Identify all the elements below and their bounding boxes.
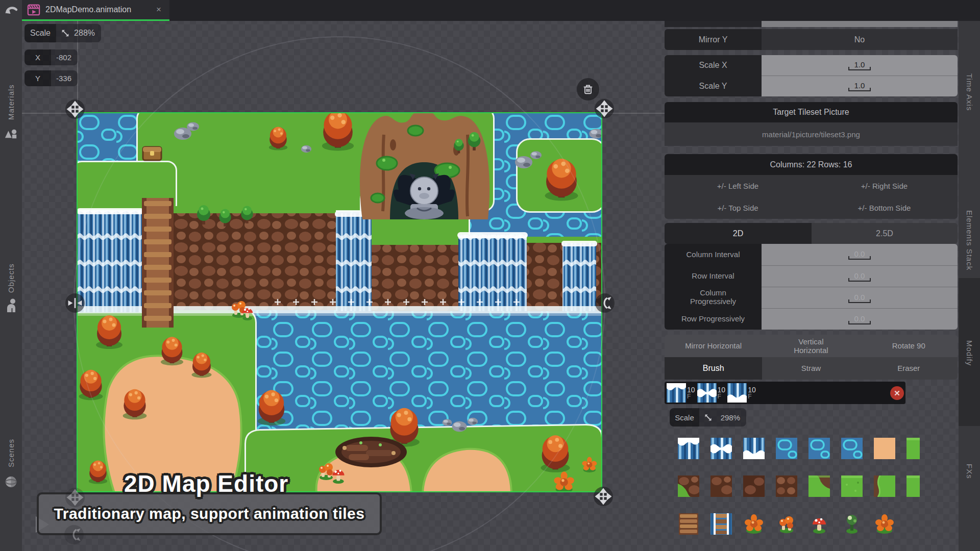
tab-fxs[interactable]: FXs — [959, 452, 980, 490]
tile-orange-flower[interactable] — [874, 513, 895, 535]
sidebar-item-scenes[interactable]: Scenes — [0, 430, 22, 476]
objects-person-icon[interactable] — [0, 298, 22, 312]
tileset-path[interactable]: material/1picture/tileset3.png — [665, 122, 958, 146]
tile-dirt[interactable] — [710, 475, 732, 497]
tile-waterfall-bottom[interactable] — [743, 438, 765, 459]
tab-time-axis[interactable]: Time Axis — [959, 62, 980, 123]
rotate-90-button[interactable]: Rotate 90 — [860, 335, 958, 357]
scale-x-input[interactable]: 1.0 — [762, 55, 958, 76]
transform-buttons-row: Mirror Horizontal Vertical Horizontal Ro… — [665, 335, 958, 357]
viewport-scale-control[interactable]: Scale 288% — [24, 24, 101, 42]
tab-2-5d[interactable]: 2.5D — [812, 223, 958, 244]
caption-panel: Traditionary map, support animation tile… — [37, 492, 382, 535]
row-progressively-label: Row Progressively — [665, 308, 762, 330]
tileset-scale-control[interactable]: Scale 298% — [670, 408, 746, 427]
vertical-horizontal-button[interactable]: Vertical Horizontal — [762, 335, 860, 357]
tileset-scale-label: Scale — [670, 408, 699, 427]
tile-water[interactable] — [776, 438, 797, 459]
scale-label: Scale — [24, 24, 56, 42]
map-move-handle-bottom-left[interactable] — [65, 488, 85, 507]
mirror-y-value[interactable]: No — [762, 29, 958, 50]
scale-y-row: Scale Y 1.0 — [665, 76, 958, 96]
map-rotate-handle-right[interactable] — [595, 293, 615, 313]
column-interval-input[interactable]: 0.0 — [762, 244, 958, 265]
y-value: -336 — [51, 74, 78, 83]
tool-tab-brush[interactable]: Brush — [665, 357, 762, 380]
animation-frame-item[interactable]: 10F — [667, 383, 695, 403]
add-left-side-button[interactable]: +/- Left Side — [665, 175, 811, 197]
back-button[interactable] — [0, 4, 22, 19]
tile-grass-partial[interactable] — [906, 438, 920, 459]
sidebar-item-objects[interactable]: Objects — [0, 254, 22, 303]
tile-water[interactable] — [808, 438, 830, 459]
delete-map-button[interactable] — [577, 78, 599, 101]
map-canvas[interactable] — [78, 113, 601, 491]
tile-mushroom-cluster[interactable] — [776, 513, 797, 535]
tab-close-icon[interactable]: × — [153, 5, 164, 15]
tile-green-sapling[interactable] — [841, 513, 863, 535]
map-resize-handle-left[interactable] — [65, 293, 85, 313]
tile-grass-dirt-edge[interactable] — [808, 475, 830, 497]
map-move-handle-bottom-right[interactable] — [594, 487, 613, 506]
clear-brush-button[interactable]: ✕ — [890, 386, 904, 400]
scrolled-row-label-partial — [665, 21, 762, 27]
animation-frame-item[interactable]: 10F — [697, 383, 726, 403]
tool-tab-eraser[interactable]: Eraser — [860, 357, 958, 380]
sidebar-item-materials[interactable]: Materials — [0, 77, 22, 128]
move-icon — [596, 100, 613, 117]
scenes-globe-icon[interactable] — [0, 475, 22, 488]
mirror-horizontal-button[interactable]: Mirror Horizontal — [665, 335, 762, 357]
animation-brush-strip: 10F 10F 10F — [665, 382, 905, 404]
tile-grass-edge[interactable] — [874, 475, 895, 497]
active-tab-underline — [22, 19, 169, 21]
add-bottom-side-button[interactable]: +/- Bottom Side — [811, 197, 958, 219]
tab-elements-stack[interactable]: Elements Stack — [959, 189, 980, 291]
grid-side-buttons: +/- Left Side +/- Right Side +/- Top Sid… — [665, 175, 958, 219]
column-progressively-input[interactable]: 0.0 — [762, 287, 958, 308]
tileset-scale-value: 298% — [713, 413, 746, 422]
tile-sand[interactable] — [874, 438, 895, 459]
app-window: Traditionary map, support animation tile… — [0, 0, 980, 551]
tile-grass[interactable] — [841, 475, 863, 497]
map-artwork — [78, 113, 601, 491]
row-progressively-input[interactable]: 0.0 — [762, 308, 958, 330]
tab-modify[interactable]: Modify — [959, 322, 980, 384]
map-move-handle-top-left[interactable] — [65, 99, 85, 119]
add-top-side-button[interactable]: +/- Top Side — [665, 197, 811, 219]
tile-waterfall-middle[interactable] — [710, 438, 732, 459]
mirror-y-row: Mirror Y No — [665, 29, 958, 50]
back-arrow-icon — [4, 4, 19, 19]
tile-grass-partial[interactable] — [906, 475, 920, 497]
animation-clapperboard-icon — [27, 3, 40, 16]
animation-frame-item[interactable]: 10F — [727, 383, 756, 403]
map-move-handle-top-right[interactable] — [595, 99, 614, 118]
add-right-side-button[interactable]: +/- Right Side — [811, 175, 958, 197]
tile-water[interactable] — [841, 438, 863, 459]
caption-subtitle: Traditionary map, support animation tile… — [54, 505, 365, 522]
tile-water-bridge[interactable] — [710, 513, 732, 535]
tile-dirt[interactable] — [743, 475, 765, 497]
tile-waterfall-top[interactable] — [678, 438, 699, 459]
viewport-y-field[interactable]: Y -336 — [24, 70, 78, 86]
scale-y-input[interactable]: 1.0 — [762, 76, 958, 96]
row-interval-input[interactable]: 0.0 — [762, 265, 958, 287]
diagonal-resize-icon — [60, 28, 70, 38]
tab-2d[interactable]: 2D — [665, 223, 812, 244]
mirror-y-label: Mirror Y — [665, 29, 762, 50]
materials-shapes-icon[interactable] — [0, 128, 22, 140]
tile-dirt-grass-corner[interactable] — [678, 475, 699, 497]
tile-orange-flower[interactable] — [743, 513, 765, 535]
scale-y-label: Scale Y — [665, 76, 762, 96]
viewport-x-field[interactable]: X -802 — [24, 49, 78, 65]
row-interval-row: Row Interval 0.0 — [665, 265, 958, 287]
map-rotate-handle-bottom-left[interactable] — [64, 525, 84, 544]
diagonal-resize-icon — [703, 413, 713, 422]
waterfall-middle-thumb — [697, 383, 717, 403]
tile-red-mushroom[interactable] — [808, 513, 830, 535]
tile-wood-bridge[interactable] — [678, 513, 699, 535]
x-value: -802 — [51, 53, 78, 62]
tab-2dmapdemo[interactable]: 2DMapDemo.animation × — [22, 0, 169, 19]
horizontal-resize-icon — [66, 294, 84, 312]
tile-dirt-rocks[interactable] — [776, 475, 797, 497]
tool-tab-straw[interactable]: Straw — [762, 357, 860, 380]
